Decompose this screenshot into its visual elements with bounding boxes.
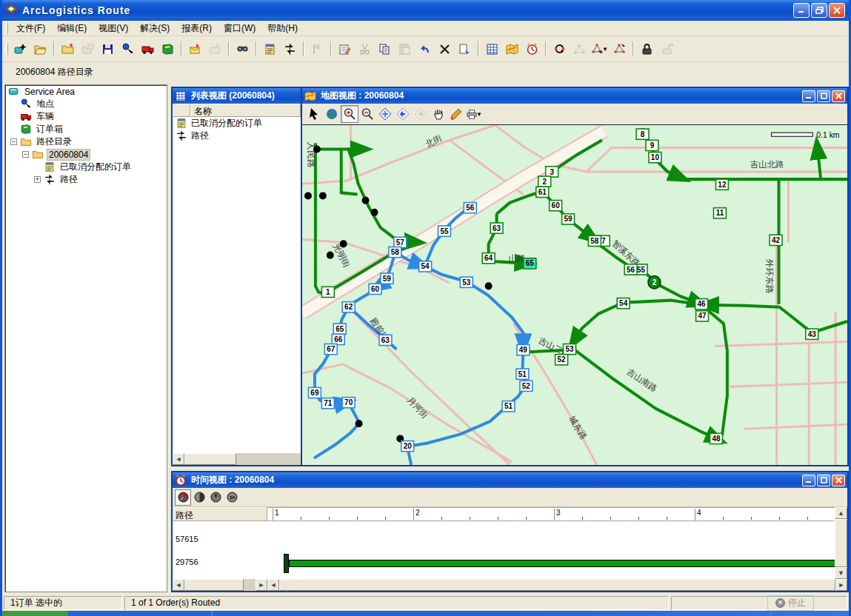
restore-button[interactable] <box>811 3 827 18</box>
time-maximize-button[interactable] <box>817 475 830 486</box>
time-right-hscrollbar[interactable]: ◄ ► <box>267 579 847 591</box>
map-stop-marker[interactable]: 64 <box>482 253 495 264</box>
map-stop-marker[interactable]: 11 <box>713 208 726 218</box>
scroll-right-icon[interactable]: ► <box>256 579 267 591</box>
map-stop-marker[interactable]: 9 <box>646 140 658 150</box>
map-stop-marker[interactable]: 65 <box>524 258 536 269</box>
unassigned-stop-dot[interactable] <box>362 196 370 204</box>
map-stop-marker[interactable]: 12 <box>715 179 728 190</box>
map-stop-marker[interactable]: 59 <box>562 214 575 224</box>
list-view-icon[interactable] <box>483 40 501 58</box>
map-stop-marker[interactable]: 10 <box>649 153 661 163</box>
unassigned-orders-icon[interactable] <box>261 40 279 58</box>
map-stop-marker[interactable]: 65 <box>333 324 346 334</box>
time-view-icon[interactable] <box>523 40 541 58</box>
close-button[interactable] <box>829 3 845 18</box>
map-stop-marker[interactable]: 56 <box>464 203 476 213</box>
map-stop-marker[interactable]: 42 <box>770 235 782 245</box>
tree-node[interactable]: 订单箱 <box>5 123 167 135</box>
scroll-left-icon[interactable]: ◄ <box>267 579 279 591</box>
time-routes-column-header[interactable]: 路径 <box>173 507 267 520</box>
map-stop-marker[interactable]: 1 <box>321 287 334 297</box>
tree-node[interactable]: 车辆 <box>5 110 167 123</box>
undo-icon[interactable] <box>416 40 434 58</box>
clock-full-icon[interactable] <box>207 489 224 506</box>
time-view-titlebar[interactable]: 时间视图 : 20060804 <box>173 472 847 488</box>
map-stop-marker[interactable]: 71 <box>321 398 334 409</box>
map-stop-marker[interactable]: 56 <box>624 264 637 275</box>
zoom-in-tool-icon[interactable] <box>341 105 358 123</box>
print-tool-icon[interactable]: ▼ <box>465 105 483 123</box>
import-orders-icon[interactable] <box>186 40 204 58</box>
menu-item-3[interactable]: 解决(S) <box>134 21 176 36</box>
map-view-titlebar[interactable]: 地图视图 : 20060804 <box>302 88 847 104</box>
map-stop-marker[interactable]: 54 <box>617 298 630 309</box>
location-icon[interactable] <box>119 40 137 58</box>
tree-node[interactable]: −路径目录 <box>5 135 167 148</box>
reassign-icon[interactable]: ▼ <box>590 40 609 58</box>
time-vscroll-thumb[interactable] <box>835 519 847 567</box>
map-stop-marker[interactable]: 60 <box>369 284 381 294</box>
zoom-out-tool-icon[interactable] <box>358 105 376 123</box>
zoom-selection-tool-icon[interactable] <box>376 105 394 123</box>
save-icon[interactable] <box>99 40 117 58</box>
new-folder-icon[interactable] <box>59 40 77 58</box>
menu-item-1[interactable]: 编辑(E) <box>51 21 93 36</box>
open-icon[interactable] <box>31 40 50 58</box>
find-icon[interactable] <box>233 40 252 58</box>
unassigned-stop-dot[interactable] <box>319 192 327 199</box>
scroll-down-icon[interactable]: ▼ <box>835 567 847 579</box>
scroll-left-icon[interactable]: ◄ <box>173 453 184 465</box>
map-stop-marker[interactable]: 47 <box>696 311 709 321</box>
map-stop-marker[interactable]: 66 <box>332 334 344 344</box>
select-tool-icon[interactable] <box>305 105 323 123</box>
vehicle-icon[interactable] <box>139 40 157 58</box>
tree-expander-icon[interactable]: − <box>10 138 17 145</box>
time-left-hscrollbar[interactable]: ◄ ► <box>173 579 267 591</box>
list-item[interactable]: 路径 <box>173 130 301 142</box>
map-stop-marker[interactable]: 51 <box>516 369 529 379</box>
menu-item-2[interactable]: 视图(V) <box>93 21 134 36</box>
map-stop-marker[interactable]: 70 <box>342 398 355 408</box>
scroll-up-icon[interactable]: ▲ <box>835 507 847 519</box>
map-stop-marker[interactable]: 63 <box>379 335 392 345</box>
draw-tool-icon[interactable] <box>447 105 465 123</box>
map-close-button[interactable] <box>832 90 845 102</box>
map-maximize-button[interactable] <box>817 90 830 102</box>
unassigned-stop-dot[interactable] <box>370 209 378 216</box>
list-hscroll-thumb[interactable] <box>184 453 236 465</box>
start-button-edge[interactable] <box>0 611 68 616</box>
map-stop-marker[interactable]: 46 <box>695 299 708 309</box>
map-stop-marker[interactable]: 59 <box>381 273 393 284</box>
map-stop-marker[interactable]: 20 <box>401 441 414 452</box>
map-minimize-button[interactable] <box>802 90 815 102</box>
map-canvas[interactable]: 北街人民路光明街山路智溪东路吉山北路外环东路吉山二路吉山南路城东路月河街殿前街8… <box>302 124 847 465</box>
tree-expander-icon[interactable]: − <box>22 151 29 158</box>
properties-icon[interactable] <box>336 40 354 58</box>
map-stop-marker[interactable]: 3 <box>546 167 558 177</box>
minimize-button[interactable] <box>793 3 810 18</box>
tree-node[interactable]: +路径 <box>5 173 167 186</box>
route-name-label[interactable]: 57615 <box>176 535 198 543</box>
menu-item-0[interactable]: 文件(F) <box>10 21 51 36</box>
time-close-button[interactable] <box>832 475 845 486</box>
map-stop-marker[interactable]: 55 <box>438 226 451 236</box>
tree-expander-icon[interactable]: + <box>34 176 41 183</box>
map-image[interactable]: 北街人民路光明街山路智溪东路吉山北路外环东路吉山二路吉山南路城东路月河街殿前街8… <box>302 125 847 465</box>
tree-node[interactable]: −20060804 <box>5 148 167 161</box>
clock-24-icon[interactable]: 24 <box>224 489 240 506</box>
copy-icon[interactable] <box>376 40 394 58</box>
list-item[interactable]: 已取消分配的订单 <box>173 117 301 130</box>
map-stop-marker[interactable]: 60 <box>550 201 562 211</box>
map-stop-marker[interactable]: 49 <box>517 345 530 355</box>
map-stop-marker[interactable]: 48 <box>710 433 723 443</box>
unassigned-stop-dot[interactable] <box>485 282 493 289</box>
map-stop-marker[interactable]: 61 <box>536 187 549 197</box>
map-stop-marker[interactable]: 52 <box>520 381 533 391</box>
unassigned-stop-dot[interactable] <box>356 420 363 427</box>
scroll-right-icon[interactable]: ► <box>835 579 847 591</box>
list-column-name[interactable]: 名称 <box>190 104 301 117</box>
map-stop-marker[interactable]: 58 <box>588 235 601 246</box>
route-marker[interactable]: 2 <box>648 276 661 289</box>
clock-quarter-icon[interactable] <box>175 489 191 506</box>
